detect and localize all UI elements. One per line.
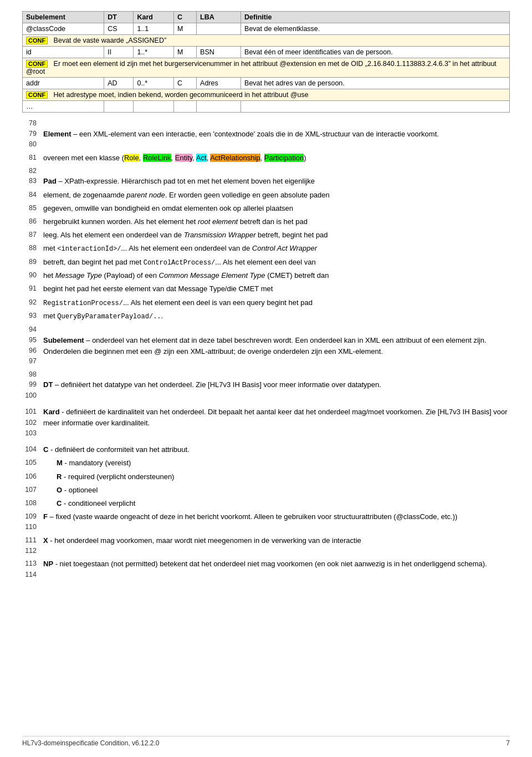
highlight-role: Role xyxy=(124,154,139,162)
cell-c: M xyxy=(174,47,197,58)
table-row-conf: CONF Er moet een element id zijn met het… xyxy=(23,58,510,78)
cell-dt xyxy=(104,101,134,113)
line-number: 85 xyxy=(22,203,37,214)
para-line-numbers: 105 xyxy=(22,458,43,468)
line-78: 78 xyxy=(22,118,510,129)
para-block-86: 86 hergebruikt kunnen worden. Als het el… xyxy=(22,216,510,227)
code-query: QueryByParamaterPayload/.. xyxy=(57,313,161,321)
para-text: Element – een XML-element van een intera… xyxy=(43,129,510,140)
para-text: het Message Type (Payload) of een Common… xyxy=(43,270,510,281)
line-text xyxy=(43,166,510,176)
para-text: RegistrationProcess/…. Als het element e… xyxy=(43,297,510,309)
para-text: gegeven, omwille van bondigheid en omdat… xyxy=(43,203,510,214)
para-line-numbers: 89 xyxy=(22,257,43,267)
cell-dt: AD xyxy=(104,78,134,89)
para-block-83: 83 Pad – XPath-expressie. Hiërarchisch p… xyxy=(22,176,510,187)
col-header-lba: LBA xyxy=(197,12,241,23)
line-number: 111 xyxy=(22,535,37,546)
conf-badge: CONF xyxy=(26,60,48,68)
para-line-numbers: 84 xyxy=(22,190,43,200)
conf-badge: CONF xyxy=(26,37,48,44)
cell-lba xyxy=(197,23,241,35)
line-number: 106 xyxy=(22,471,37,482)
footer-left: HL7v3-domeinspecificatie Condition, v6.1… xyxy=(22,739,159,747)
col-header-definitie: Definitie xyxy=(241,12,510,23)
line-number: 110 xyxy=(22,522,37,532)
cell-c: M xyxy=(174,23,197,35)
cell-definitie xyxy=(241,101,510,113)
para-line-numbers: 93 xyxy=(22,311,43,321)
cell-lba: BSN xyxy=(197,47,241,58)
para-block-85: 85 gegeven, omwille van bondigheid en om… xyxy=(22,203,510,214)
highlight-participation: Participation xyxy=(264,154,304,162)
code-interactionid: <interactionId>/… xyxy=(57,245,125,253)
line-number: 96 xyxy=(22,346,37,356)
table-row: addr AD 0..* C Adres Bevat het adres van… xyxy=(23,78,510,89)
para-text: Kard - definiëert de kardinaliteit van h… xyxy=(43,407,510,429)
line-98: 98 xyxy=(22,369,510,380)
para-block-88: 88 met <interactionId>/…. Als het elemen… xyxy=(22,243,510,255)
highlight-actrelationship: ActRelationship xyxy=(210,154,260,162)
para-text: leeg. Als het element een onderdeel van … xyxy=(43,230,510,241)
para-text: met QueryByParamaterPayload/... xyxy=(43,311,510,322)
cell-conf: CONF Bevat de vaste waarde „ASSIGNED” xyxy=(23,35,510,47)
cell-conf: CONF Er moet een element id zijn met het… xyxy=(23,58,510,78)
cell-subelement: id xyxy=(23,47,104,58)
footer-right: 7 xyxy=(506,739,510,747)
para-line-numbers: 86 xyxy=(22,216,43,227)
cell-definitie: Bevat het adres van de persoon. xyxy=(241,78,510,89)
para-line-numbers: 85 xyxy=(22,203,43,214)
cell-lba xyxy=(197,101,241,113)
cell-subelement: @classCode xyxy=(23,23,104,35)
line-number: 112 xyxy=(22,546,37,556)
data-table: Subelement DT Kard C LBA Definitie @clas… xyxy=(22,11,510,113)
para-text: NP - niet toegestaan (not permitted) bet… xyxy=(43,558,510,570)
para-block-81: 81 overeen met een klasse (Role, RoleLin… xyxy=(22,153,510,164)
col-header-c: C xyxy=(174,12,197,23)
line-number: 102 xyxy=(22,418,37,428)
line-number: 104 xyxy=(22,444,37,455)
para-block-87: 87 leeg. Als het element een onderdeel v… xyxy=(22,230,510,241)
para-line-numbers: 101 102 103 xyxy=(22,407,43,439)
line-number: 81 xyxy=(22,153,37,163)
line-number: 84 xyxy=(22,190,37,200)
cell-dt: CS xyxy=(104,23,134,35)
table-row: @classCode CS 1..1 M Bevat de elementkla… xyxy=(23,23,510,35)
cell-kard: 0..* xyxy=(134,78,174,89)
cell-c: C xyxy=(174,78,197,89)
line-number: 94 xyxy=(22,324,43,335)
line-number: 79 xyxy=(22,129,37,139)
line-text xyxy=(43,118,510,128)
line-number: 98 xyxy=(22,369,43,380)
line-number: 82 xyxy=(22,166,43,176)
para-line-numbers: 106 xyxy=(22,471,43,482)
para-block-84: 84 element, de zogenaamde parent node. E… xyxy=(22,190,510,201)
para-block-109: 109 110 F – fixed (vaste waarde ongeacht… xyxy=(22,511,510,533)
cell-lba: Adres xyxy=(197,78,241,89)
para-line-numbers: 95 96 97 xyxy=(22,335,43,367)
line-number: 92 xyxy=(22,297,37,308)
para-line-numbers: 90 xyxy=(22,270,43,281)
para-line-numbers: 109 110 xyxy=(22,511,43,533)
cell-conf: CONF Het adrestype moet, indien bekend, … xyxy=(23,89,510,101)
para-text: met <interactionId>/…. Als het element e… xyxy=(43,243,510,255)
para-block-93: 93 met QueryByParamaterPayload/... xyxy=(22,311,510,322)
highlight-act: Act xyxy=(196,154,207,162)
line-number: 107 xyxy=(22,485,37,495)
para-block-105: 105 M - mandatory (vereist) xyxy=(22,458,510,469)
table-row-conf: CONF Bevat de vaste waarde „ASSIGNED” xyxy=(23,35,510,47)
para-text: O - optioneel xyxy=(43,485,510,496)
para-block-90: 90 het Message Type (Payload) of een Com… xyxy=(22,270,510,281)
cell-dt: II xyxy=(104,47,134,58)
line-number: 93 xyxy=(22,311,37,321)
conf-badge: CONF xyxy=(26,91,48,99)
cell-definitie: Bevat één of meer identificaties van de … xyxy=(241,47,510,58)
para-text: begint het pad het eerste element van da… xyxy=(43,283,510,294)
para-text: F – fixed (vaste waarde ongeacht of deze… xyxy=(43,511,510,522)
cell-subelement: … xyxy=(23,101,104,113)
para-line-numbers: 88 xyxy=(22,243,43,253)
para-line-numbers: 87 xyxy=(22,230,43,240)
table-row-conf: CONF Het adrestype moet, indien bekend, … xyxy=(23,89,510,101)
para-block-79: 79 80 Element – een XML-element van een … xyxy=(22,129,510,150)
para-line-numbers: 107 xyxy=(22,485,43,495)
